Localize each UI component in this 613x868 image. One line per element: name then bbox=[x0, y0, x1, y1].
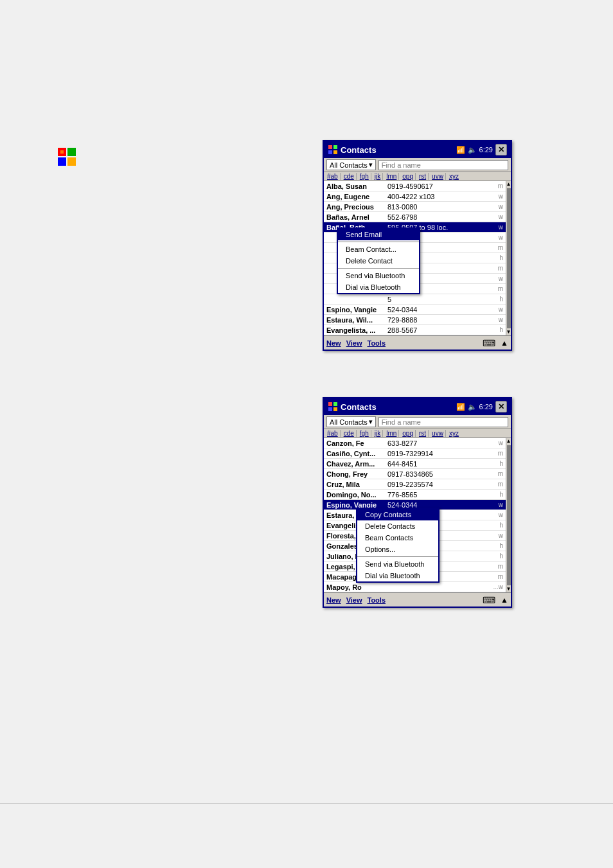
contact-row[interactable]: Mapoy, Ro ...w bbox=[324, 582, 506, 592]
footer-new-p1[interactable]: New bbox=[326, 339, 341, 347]
alpha-uvw-p1[interactable]: uvw bbox=[430, 173, 446, 180]
panel1-contact-list: Alba, Susan 0919-4590617 m Ang, Eugene 4… bbox=[324, 181, 506, 335]
contact-row[interactable]: Bañas, Arnel 552-6798 w bbox=[324, 212, 506, 222]
panel2-title: Contacts bbox=[341, 402, 377, 412]
menu-item-send-via-bluetooth[interactable]: Send via Bluetooth bbox=[338, 270, 419, 281]
contact-row[interactable]: Chavez, Arm... 644-8451 h bbox=[324, 459, 506, 469]
find-input-p1[interactable] bbox=[378, 160, 508, 170]
alpha-rst-p1[interactable]: rst bbox=[417, 173, 429, 180]
panel1-list-area: Alba, Susan 0919-4590617 m Ang, Eugene 4… bbox=[324, 181, 511, 335]
volume-icon-p2: 🔈 bbox=[468, 403, 477, 411]
panel2-footer: New View Tools ⌨ ▲ bbox=[324, 592, 511, 607]
alpha-cde-p1[interactable]: cde bbox=[342, 173, 357, 180]
alpha-opq-p2[interactable]: opq bbox=[400, 430, 416, 437]
all-contacts-button-p1[interactable]: All Contacts ▾ bbox=[326, 159, 376, 170]
signal-icon: 📶 bbox=[456, 146, 465, 154]
bottom-separator bbox=[0, 803, 613, 804]
volume-icon: 🔈 bbox=[468, 146, 477, 154]
scrollbar-p2[interactable]: ▲ ▼ bbox=[506, 438, 511, 592]
menu-item-dial-via-bluetooth[interactable]: Dial via Bluetooth bbox=[338, 281, 419, 293]
alpha-opq-p1[interactable]: opq bbox=[400, 173, 416, 180]
contact-row[interactable]: Canzon, Fe 633-8277 w bbox=[324, 438, 506, 448]
contact-row[interactable]: 5 h bbox=[324, 294, 506, 305]
close-button-p1[interactable]: ✕ bbox=[495, 144, 507, 155]
svg-rect-11 bbox=[328, 407, 332, 411]
alpha-lmn-p2[interactable]: lmn bbox=[384, 430, 399, 437]
svg-rect-4 bbox=[60, 150, 64, 154]
contact-row[interactable]: Chong, Frey 0917-8334865 m bbox=[324, 469, 506, 479]
alpha-xyz-p2[interactable]: xyz bbox=[447, 430, 461, 437]
windows-logo-icon-p2 bbox=[328, 402, 338, 412]
alpha-bar-p2: #ab cde fgh ijk lmn opq rst uvw xyz bbox=[324, 429, 511, 438]
alpha-bar-p1: #ab cde fgh ijk lmn opq rst uvw xyz bbox=[324, 172, 511, 181]
contact-row[interactable]: Ang, Precious 813-0080 w bbox=[324, 202, 506, 212]
footer-view-p1[interactable]: View bbox=[346, 339, 362, 347]
menu-item-send-via-bluetooth-p2[interactable]: Send via Bluetooth bbox=[357, 558, 438, 570]
menu-item-beam-contact[interactable]: Beam Contact... bbox=[338, 244, 419, 255]
menu-item-options[interactable]: Options... bbox=[357, 544, 438, 555]
contact-row[interactable]: Cruz, Mila 0919-2235574 m bbox=[324, 479, 506, 490]
panel1-header: Contacts 📶 🔈 6:29 ✕ bbox=[324, 141, 511, 158]
menu-item-dial-via-bluetooth-p2[interactable]: Dial via Bluetooth bbox=[357, 570, 438, 581]
footer-tools-p1[interactable]: Tools bbox=[368, 339, 386, 347]
close-button-p2[interactable]: ✕ bbox=[495, 401, 507, 412]
contact-row[interactable]: Espino, Vangie 524-0344 w bbox=[324, 305, 506, 315]
windows-logo-icon-p1 bbox=[328, 145, 338, 155]
footer-tools-p2[interactable]: Tools bbox=[368, 596, 386, 604]
menu-item-copy-contacts[interactable]: Copy Contacts bbox=[357, 509, 438, 520]
alpha-ijk-p2[interactable]: ijk bbox=[373, 430, 383, 437]
contact-row[interactable]: Estaura, Wil... 729-8888 w bbox=[324, 315, 506, 325]
scrollbar-p1[interactable]: ▲ ▼ bbox=[506, 181, 511, 335]
all-contacts-button-p2[interactable]: All Contacts ▾ bbox=[326, 416, 376, 427]
menu-divider bbox=[338, 242, 419, 242]
scroll-thumb-p2[interactable] bbox=[507, 445, 511, 585]
contact-row[interactable]: Evangelista, ... 288-5567 h bbox=[324, 325, 506, 335]
alpha-ijk-p1[interactable]: ijk bbox=[373, 173, 383, 180]
contact-row[interactable]: Domingo, No... 776-8565 h bbox=[324, 490, 506, 500]
signal-icon-p2: 📶 bbox=[456, 403, 465, 411]
contact-row[interactable]: Casiño, Cynt... 0919-7329914 m bbox=[324, 448, 506, 459]
alpha-ab-p1[interactable]: #ab bbox=[325, 173, 341, 180]
contact-row[interactable]: Alba, Susan 0919-4590617 m bbox=[324, 181, 506, 191]
context-menu-container-p2: Copy Contacts Delete Contacts Beam Conta… bbox=[324, 510, 506, 592]
svg-rect-8 bbox=[333, 150, 337, 154]
alpha-ab-p2[interactable]: #ab bbox=[325, 430, 341, 437]
alpha-cde-p2[interactable]: cde bbox=[342, 430, 357, 437]
scroll-up-p2[interactable]: ▲ bbox=[506, 438, 511, 445]
alpha-uvw-p2[interactable]: uvw bbox=[430, 430, 446, 437]
scroll-indicator-p1: ▲ bbox=[501, 339, 508, 348]
footer-new-p2[interactable]: New bbox=[326, 596, 341, 604]
footer-view-p2[interactable]: View bbox=[346, 596, 362, 604]
time-display: 6:29 bbox=[479, 146, 493, 154]
menu-item-send-email[interactable]: Send Email bbox=[338, 229, 419, 240]
menu-item-delete-contacts[interactable]: Delete Contacts bbox=[357, 520, 438, 532]
dropdown-arrow-p2: ▾ bbox=[369, 418, 373, 426]
scroll-indicator-p2: ▲ bbox=[501, 596, 508, 605]
menu-item-delete-contact[interactable]: Delete Contact bbox=[338, 255, 419, 267]
alpha-xyz-p1[interactable]: xyz bbox=[447, 173, 461, 180]
alpha-fgh-p1[interactable]: fgh bbox=[358, 173, 371, 180]
svg-rect-9 bbox=[328, 402, 332, 406]
menu-item-beam-contacts[interactable]: Beam Contacts bbox=[357, 532, 438, 544]
scroll-up-p1[interactable]: ▲ bbox=[506, 181, 511, 188]
contacts-panel-1: Contacts 📶 🔈 6:29 ✕ All Contacts ▾ #ab c… bbox=[323, 140, 512, 351]
panel2-toolbar: All Contacts ▾ bbox=[324, 415, 511, 429]
alpha-fgh-p2[interactable]: fgh bbox=[358, 430, 371, 437]
scroll-down-p1[interactable]: ▼ bbox=[506, 329, 511, 335]
panel2-title-area: Contacts bbox=[328, 402, 377, 412]
context-menu-p2: Copy Contacts Delete Contacts Beam Conta… bbox=[356, 508, 440, 583]
context-menu-p1: Send Email Beam Contact... Delete Contac… bbox=[337, 227, 420, 294]
svg-rect-3 bbox=[67, 157, 76, 166]
alpha-lmn-p1[interactable]: lmn bbox=[384, 173, 399, 180]
find-input-p2[interactable] bbox=[378, 417, 508, 427]
scroll-down-p2[interactable]: ▼ bbox=[506, 586, 511, 592]
panel2-header-icons: 📶 🔈 6:29 ✕ bbox=[456, 401, 507, 412]
panel1-footer: New View Tools ⌨ ▲ bbox=[324, 335, 511, 350]
contact-row[interactable]: Ang, Eugene 400-4222 x103 w bbox=[324, 191, 506, 202]
panel1-toolbar: All Contacts ▾ bbox=[324, 158, 511, 172]
alpha-rst-p2[interactable]: rst bbox=[417, 430, 429, 437]
keyboard-icon-p1[interactable]: ⌨ bbox=[483, 338, 495, 348]
scroll-thumb-p1[interactable] bbox=[507, 188, 511, 328]
menu-divider bbox=[357, 556, 438, 557]
keyboard-icon-p2[interactable]: ⌨ bbox=[483, 595, 495, 605]
